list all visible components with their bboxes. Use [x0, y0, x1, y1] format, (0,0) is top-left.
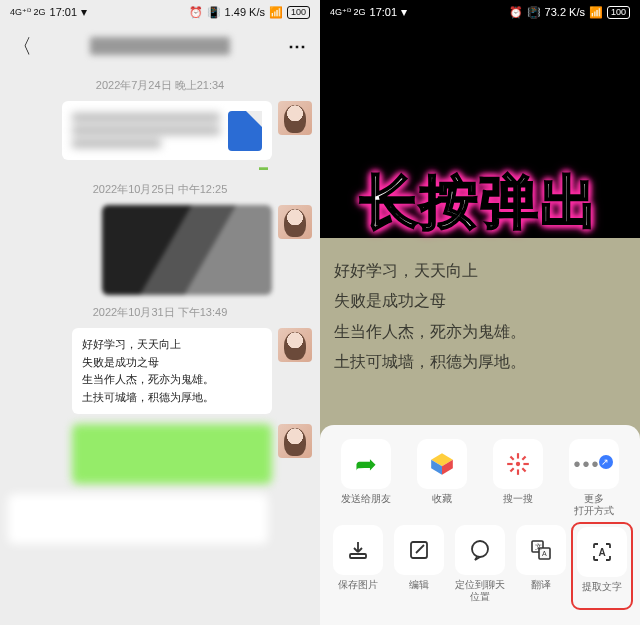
wifi-icon: 📶	[269, 6, 283, 19]
sheet-label: 定位到聊天 位置	[455, 579, 505, 603]
image-viewer-screen: 4G⁺ᴰ 2G 17:01 ▾ ⏰ 📳 73.2 K/s 📶 100 长按弹出 …	[320, 0, 640, 625]
svg-line-10	[510, 468, 513, 471]
wifi-icon: 📶	[589, 6, 603, 19]
net-speed: 73.2 K/s	[545, 6, 585, 18]
translate-icon: 文A	[516, 525, 566, 575]
sheet-label: 保存图片	[338, 579, 378, 603]
dropdown-icon: ▾	[81, 5, 87, 19]
net-speed: 1.49 K/s	[225, 6, 265, 18]
favorite-button[interactable]: 收藏	[414, 439, 470, 517]
svg-point-3	[516, 462, 520, 466]
translate-button[interactable]: 文A 翻译	[513, 525, 569, 607]
text-message[interactable]	[72, 424, 272, 484]
network-icon: 4G⁺ᴰ 2G	[10, 7, 46, 17]
svg-text:A: A	[542, 550, 547, 557]
sheet-row: 保存图片 编辑 定位到聊天 位置 文A	[328, 525, 632, 607]
download-icon	[333, 525, 383, 575]
page-line: 生当作人杰，死亦为鬼雄。	[334, 317, 626, 347]
sheet-label: 提取文字	[582, 581, 622, 605]
ocr-icon: A	[577, 527, 627, 577]
timestamp: 2022年10月25日 中午12:25	[8, 182, 312, 197]
text-message[interactable]	[8, 494, 268, 544]
edit-button[interactable]: 编辑	[391, 525, 447, 607]
message-row	[8, 205, 312, 295]
vibrate-icon: 📳	[207, 6, 221, 19]
send-to-friend-button[interactable]: ➦ 发送给朋友	[338, 439, 394, 517]
viewer-body[interactable]: 长按弹出 好好学习，天天向上 失败是成功之母 生当作人杰，死亦为鬼雄。 土扶可城…	[320, 24, 640, 625]
sheet-label: 发送给朋友	[341, 493, 391, 517]
sheet-label: 搜一搜	[503, 493, 533, 517]
page-line: 土扶可城墙，积德为厚地。	[334, 347, 626, 377]
message-row	[8, 494, 312, 544]
text-message[interactable]: 好好学习，天天向上 失败是成功之母 生当作人杰，死亦为鬼雄。 土扶可城墙，积德为…	[72, 328, 272, 414]
sheet-label: 更多 打开方式	[574, 493, 614, 517]
sheet-row: ➦ 发送给朋友 收藏 搜一搜 •••↗ 更多 打开方	[328, 439, 632, 517]
chat-screen: 4G⁺ᴰ 2G 17:01 ▾ ⏰ 📳 1.49 K/s 📶 100 〈 ⋯ 2…	[0, 0, 320, 625]
msg-line: 土扶可城墙，积德为厚地。	[82, 389, 262, 407]
clock: 17:01	[370, 6, 398, 18]
file-message[interactable]	[62, 101, 272, 160]
timestamp: 2022年10月31日 下午13:49	[8, 305, 312, 320]
svg-line-11	[522, 456, 525, 459]
spark-icon	[493, 439, 543, 489]
svg-text:A: A	[598, 547, 605, 558]
image-message[interactable]	[102, 205, 272, 295]
page-line: 好好学习，天天向上	[334, 256, 626, 286]
chat-scroll[interactable]: 2022年7月24日 晚上21:34 ▬ 2022年10月25日 中午12:25…	[0, 78, 320, 544]
sheet-label: 翻译	[531, 579, 551, 603]
msg-line: 好好学习，天天向上	[82, 336, 262, 354]
svg-line-9	[522, 468, 525, 471]
message-row: ▬	[8, 101, 312, 172]
message-row	[8, 424, 312, 484]
sheet-label: 收藏	[432, 493, 452, 517]
sent-indicator: ▬	[259, 162, 268, 172]
more-icon[interactable]: ⋯	[288, 35, 308, 57]
annotation-overlay: 长按弹出	[320, 164, 640, 242]
avatar[interactable]	[278, 101, 312, 135]
status-bar: 4G⁺ᴰ 2G 17:01 ▾ ⏰ 📳 1.49 K/s 📶 100	[0, 0, 320, 24]
alarm-icon: ⏰	[509, 6, 523, 19]
sheet-label: 编辑	[409, 579, 429, 603]
avatar[interactable]	[278, 328, 312, 362]
chat-title	[90, 37, 230, 55]
avatar[interactable]	[278, 424, 312, 458]
cube-icon	[417, 439, 467, 489]
locate-in-chat-button[interactable]: 定位到聊天 位置	[452, 525, 508, 607]
search-button[interactable]: 搜一搜	[490, 439, 546, 517]
vibrate-icon: 📳	[527, 6, 541, 19]
svg-point-14	[472, 541, 488, 557]
alarm-icon: ⏰	[189, 6, 203, 19]
svg-line-8	[510, 456, 513, 459]
edit-icon	[394, 525, 444, 575]
file-icon	[228, 111, 262, 151]
share-icon: ➦	[355, 449, 377, 480]
svg-text:文: 文	[535, 543, 542, 550]
message-row: 好好学习，天天向上 失败是成功之母 生当作人杰，死亦为鬼雄。 土扶可城墙，积德为…	[8, 328, 312, 414]
dropdown-icon: ▾	[401, 5, 407, 19]
msg-line: 失败是成功之母	[82, 354, 262, 372]
chat-header: 〈 ⋯	[0, 24, 320, 68]
avatar[interactable]	[278, 205, 312, 239]
svg-rect-12	[350, 554, 366, 558]
battery-icon: 100	[287, 6, 310, 19]
network-icon: 4G⁺ᴰ 2G	[330, 7, 366, 17]
status-bar: 4G⁺ᴰ 2G 17:01 ▾ ⏰ 📳 73.2 K/s 📶 100	[320, 0, 640, 24]
more-open-with-button[interactable]: •••↗ 更多 打开方式	[566, 439, 622, 517]
battery-icon: 100	[607, 6, 630, 19]
chat-bubble-icon	[455, 525, 505, 575]
back-icon[interactable]: 〈	[12, 33, 32, 60]
clock: 17:01	[50, 6, 78, 18]
msg-line: 生当作人杰，死亦为鬼雄。	[82, 371, 262, 389]
page-line: 失败是成功之母	[334, 286, 626, 316]
extract-text-button[interactable]: A 提取文字	[574, 525, 630, 607]
save-image-button[interactable]: 保存图片	[330, 525, 386, 607]
dots-icon: •••↗	[569, 439, 619, 489]
action-sheet: ➦ 发送给朋友 收藏 搜一搜 •••↗ 更多 打开方	[320, 425, 640, 625]
timestamp: 2022年7月24日 晚上21:34	[8, 78, 312, 93]
